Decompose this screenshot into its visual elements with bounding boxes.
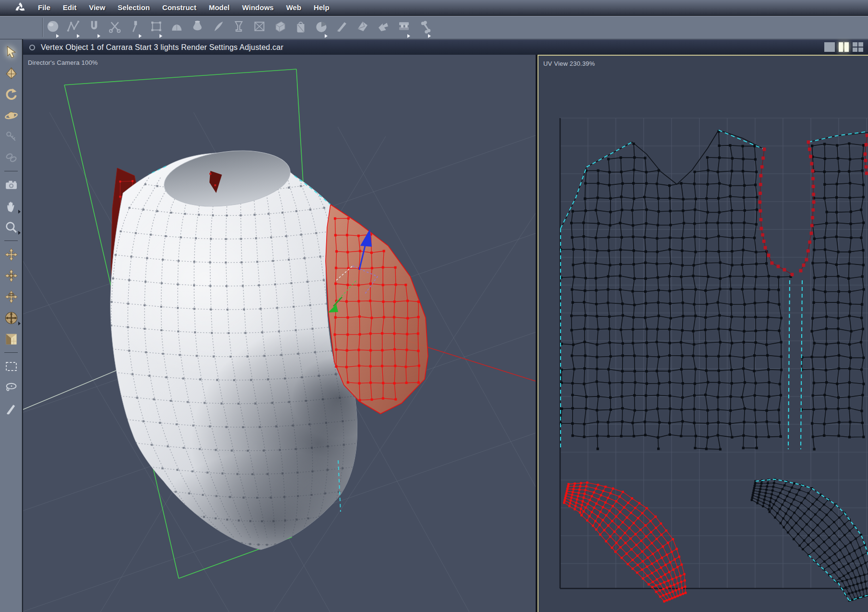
menu-items: FileEditViewSelectionConstructModelWindo… <box>32 3 336 12</box>
scale-ring-tool[interactable] <box>0 105 22 126</box>
thick-arrow-icon[interactable] <box>376 19 391 35</box>
paint-select-tool[interactable] <box>0 398 22 419</box>
flyout-arrow-icon[interactable] <box>407 34 410 38</box>
corner-box-tool[interactable] <box>0 329 22 349</box>
menu-item-selection[interactable]: Selection <box>111 3 156 12</box>
flyout-arrow-icon[interactable] <box>98 34 100 38</box>
carrara-app: FileEditViewSelectionConstructModelWindo… <box>0 0 868 612</box>
eyedropper-key-tool[interactable] <box>0 126 22 147</box>
menu-item-windows[interactable]: Windows <box>236 3 280 12</box>
translate-arrows-tool[interactable] <box>0 244 22 265</box>
magnet-icon[interactable] <box>87 19 102 35</box>
quad-pane-layout-button[interactable] <box>853 42 863 52</box>
menu-item-model[interactable]: Model <box>203 3 236 12</box>
lasso-select-tool[interactable] <box>0 377 22 398</box>
flyout-arrow-icon <box>18 231 21 235</box>
sphere-icon[interactable] <box>46 19 61 35</box>
rotate-tool[interactable] <box>0 84 22 105</box>
scissors-icon[interactable] <box>108 19 123 35</box>
document-title-bar[interactable]: Vertex Object 1 of Carrara Start 3 light… <box>23 39 868 55</box>
toolbar-divider <box>42 18 43 37</box>
viewport-3d[interactable]: Director's Camera 100% <box>23 55 536 612</box>
zoom-tool[interactable] <box>0 217 22 238</box>
flyout-arrow-icon[interactable] <box>428 34 431 38</box>
goblet-icon[interactable] <box>232 19 247 35</box>
wedge-box-icon[interactable] <box>273 19 288 35</box>
extract-bag-icon[interactable] <box>293 19 309 35</box>
flyout-arrow-icon <box>18 210 21 214</box>
marquee-select-tool[interactable] <box>0 356 22 377</box>
camera-tool[interactable] <box>0 175 22 195</box>
sidebar-divider <box>0 350 22 356</box>
pen-icon[interactable] <box>335 19 350 35</box>
move-3d-tool[interactable] <box>0 63 22 84</box>
uv-view-label: UV View 230.39% <box>543 60 595 67</box>
menu-item-construct[interactable]: Construct <box>156 3 203 12</box>
viewport-uv[interactable]: UV View 230.39% <box>538 55 868 612</box>
flyout-arrow-icon[interactable] <box>77 34 80 38</box>
paper-fold-icon[interactable] <box>355 19 371 35</box>
link-chain-tool[interactable] <box>0 147 22 168</box>
sidebar-divider <box>0 238 22 244</box>
dual-pane-layout-button[interactable] <box>839 42 849 52</box>
knife-icon[interactable] <box>211 19 226 35</box>
single-pane-layout-button[interactable] <box>824 42 835 52</box>
translate-ring-tool[interactable] <box>0 287 22 307</box>
carrara-logo-icon <box>12 1 29 14</box>
flyout-arrow-icon[interactable] <box>325 34 328 38</box>
select-arrow-tool[interactable] <box>0 42 22 62</box>
main-toolbar <box>0 16 868 39</box>
transform-rect-icon[interactable] <box>149 19 164 35</box>
document-title: Vertex Object 1 of Carrara Start 3 light… <box>41 43 283 52</box>
dome-icon[interactable] <box>170 19 185 35</box>
bone-icon[interactable] <box>417 19 433 35</box>
link-bars-icon[interactable] <box>397 19 412 35</box>
delete-box-icon[interactable] <box>252 19 268 35</box>
layout-buttons <box>824 42 863 52</box>
tool-sidebar <box>0 39 23 612</box>
menu-item-help[interactable]: Help <box>307 3 336 12</box>
lathe-icon[interactable] <box>190 19 206 35</box>
sphere-slice-icon[interactable] <box>314 19 330 35</box>
sidebar-divider <box>0 168 22 174</box>
pin-icon[interactable] <box>128 19 144 35</box>
flyout-arrow-icon <box>18 322 21 325</box>
menu-bar: FileEditViewSelectionConstructModelWindo… <box>0 0 868 16</box>
flyout-arrow-icon[interactable] <box>139 34 142 38</box>
pan-hand-tool[interactable] <box>0 196 22 216</box>
flyout-arrow-icon[interactable] <box>56 34 59 38</box>
translate-center-tool[interactable] <box>0 265 22 286</box>
menu-item-view[interactable]: View <box>83 3 111 12</box>
camera-label: Director's Camera 100% <box>28 59 98 66</box>
polyline-icon[interactable] <box>66 19 82 35</box>
rotate-sphere-tool[interactable] <box>0 308 22 328</box>
collapse-circle-icon[interactable] <box>29 45 35 50</box>
menu-item-web[interactable]: Web <box>280 3 307 12</box>
menu-item-file[interactable]: File <box>32 3 57 12</box>
flyout-arrow-icon[interactable] <box>159 34 162 38</box>
menu-item-edit[interactable]: Edit <box>57 3 83 12</box>
